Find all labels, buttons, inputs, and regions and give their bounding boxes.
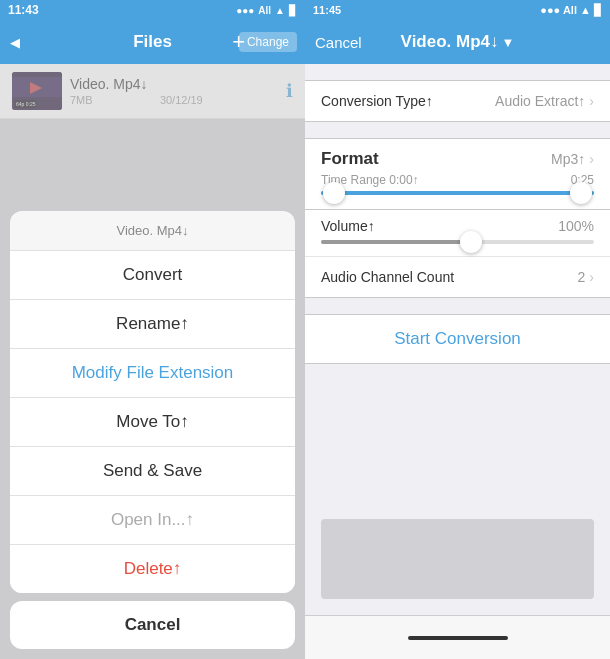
left-status-icons: ●●● All ▲ ▊ <box>236 5 297 16</box>
volume-fill <box>321 240 471 244</box>
context-cancel-container: Cancel <box>10 601 295 649</box>
left-status-bar: 11:43 ●●● All ▲ ▊ <box>0 0 305 20</box>
context-cancel-button[interactable]: Cancel <box>10 601 295 649</box>
volume-section: Volume↑ 100% Audio Channel Count 2 › <box>305 210 610 298</box>
cancel-button[interactable]: Cancel <box>315 34 362 51</box>
context-open-in[interactable]: Open In...↑ <box>10 496 295 545</box>
network-label: All <box>258 5 271 16</box>
right-status-icons: ●●● All ▲ ▊ <box>540 4 602 17</box>
format-section: Format Mp3↑ › Time Range 0:00↑ 0:25 <box>305 138 610 210</box>
right-status-bar: 11:45 ●●● All ▲ ▊ <box>305 0 610 20</box>
left-time: 11:43 <box>8 3 39 17</box>
volume-thumb[interactable] <box>460 231 482 253</box>
left-nav-title: Files <box>133 32 172 52</box>
context-menu: Video. Mp4↓ Convert Rename↑ Modify File … <box>10 211 295 593</box>
left-nav-bar: ◀ Files + Change <box>0 20 305 64</box>
volume-label: Volume↑ <box>321 218 375 234</box>
format-title: Format <box>321 149 379 169</box>
battery-icon: ▊ <box>289 5 297 16</box>
signal-icon: ●●● <box>236 5 254 16</box>
right-wifi-icon: ▲ <box>580 4 591 16</box>
right-signal-icon: ●●● <box>540 4 560 16</box>
volume-track[interactable] <box>321 240 594 244</box>
time-range-labels: Time Range 0:00↑ 0:25 <box>321 173 594 187</box>
conversion-type-chevron-icon: › <box>589 93 594 109</box>
gray-placeholder-box <box>321 519 594 599</box>
audio-channel-row[interactable]: Audio Channel Count 2 › <box>305 256 610 297</box>
conversion-type-section: Conversion Type↑ Audio Extract↑ › <box>305 80 610 122</box>
conversion-type-row[interactable]: Conversion Type↑ Audio Extract↑ › <box>305 81 610 121</box>
audio-channel-value: 2 › <box>578 269 594 285</box>
conversion-type-text: Audio Extract↑ <box>495 93 585 109</box>
time-range-track[interactable] <box>321 191 594 195</box>
right-network-label: All <box>563 4 577 16</box>
volume-label-row: Volume↑ 100% <box>321 218 594 234</box>
right-nav-title: Video. Mp4↓ ▼ <box>401 32 515 52</box>
context-send-save[interactable]: Send & Save <box>10 447 295 496</box>
time-range-slider-row: Time Range 0:00↑ 0:25 <box>305 169 610 209</box>
context-delete[interactable]: Delete↑ <box>10 545 295 593</box>
time-range-thumb-right[interactable] <box>570 182 592 204</box>
context-menu-overlay: Video. Mp4↓ Convert Rename↑ Modify File … <box>0 64 305 659</box>
format-chevron-icon: › <box>589 151 594 167</box>
wifi-icon: ▲ <box>275 5 285 16</box>
change-button[interactable]: Change <box>239 32 297 52</box>
right-panel: 11:45 ●●● All ▲ ▊ Cancel Video. Mp4↓ ▼ C… <box>305 0 610 659</box>
time-range-thumb-left[interactable] <box>323 182 345 204</box>
audio-channel-text: 2 <box>578 269 586 285</box>
right-battery-icon: ▊ <box>594 4 602 16</box>
conversion-type-value: Audio Extract↑ › <box>495 93 594 109</box>
back-icon[interactable]: ◀ <box>10 35 20 50</box>
time-range-fill <box>321 191 594 195</box>
volume-value: 100% <box>558 218 594 234</box>
context-move-to[interactable]: Move To↑ <box>10 398 295 447</box>
right-title-text: Video. Mp4↓ <box>401 32 499 52</box>
start-conversion-section: Start Conversion <box>305 314 610 364</box>
context-menu-title: Video. Mp4↓ <box>10 211 295 251</box>
context-rename[interactable]: Rename↑ <box>10 300 295 349</box>
right-time: 11:45 <box>313 4 341 16</box>
audio-channel-label: Audio Channel Count <box>321 269 454 285</box>
title-chevron-icon: ▼ <box>502 35 515 50</box>
format-value-text: Mp3↑ <box>551 151 585 167</box>
home-indicator <box>408 636 508 640</box>
left-panel: 11:43 ●●● All ▲ ▊ ◀ Files + Change 64p 0… <box>0 0 305 659</box>
audio-channel-chevron-icon: › <box>589 269 594 285</box>
format-value-row[interactable]: Mp3↑ › <box>551 151 594 167</box>
right-nav-bar: Cancel Video. Mp4↓ ▼ <box>305 20 610 64</box>
volume-row: Volume↑ 100% <box>305 210 610 256</box>
right-bottom-bar <box>305 615 610 659</box>
conversion-type-label: Conversion Type↑ <box>321 93 433 109</box>
context-modify-extension[interactable]: Modify File Extension <box>10 349 295 398</box>
right-bottom-section <box>305 364 610 659</box>
start-conversion-button[interactable]: Start Conversion <box>305 315 610 363</box>
context-convert[interactable]: Convert <box>10 251 295 300</box>
